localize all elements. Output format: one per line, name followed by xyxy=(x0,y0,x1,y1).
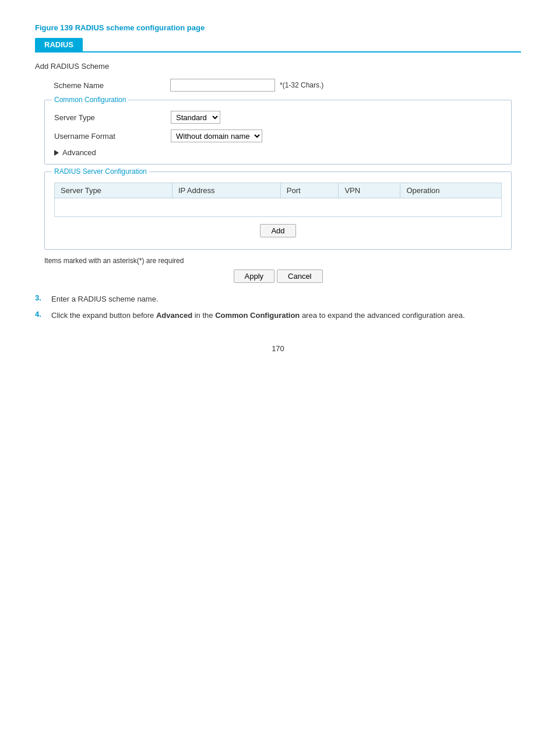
username-format-row: Username Format Without domain name With… xyxy=(54,130,502,142)
scheme-name-label: Scheme Name xyxy=(54,81,170,90)
server-type-control: Standard Extended xyxy=(171,111,220,124)
add-button[interactable]: Add xyxy=(260,224,295,237)
username-format-select[interactable]: Without domain name With domain name xyxy=(171,130,262,142)
step-4-number: 4. xyxy=(35,310,49,318)
radius-server-config-box: RADIUS Server Configuration Server Type … xyxy=(44,172,512,250)
common-config-legend: Common Configuration xyxy=(52,96,128,104)
page-number: 170 xyxy=(35,344,521,353)
section-title: Add RADIUS Scheme xyxy=(35,62,521,71)
server-type-select[interactable]: Standard Extended xyxy=(171,111,220,124)
server-table: Server Type IP Address Port VPN Operatio… xyxy=(54,183,502,217)
cancel-button[interactable]: Cancel xyxy=(277,270,322,283)
step-4: 4. Click the expand button before Advanc… xyxy=(35,310,521,321)
step-3: 3. Enter a RADIUS scheme name. xyxy=(35,293,521,305)
action-row: Apply Cancel xyxy=(35,270,521,283)
tab-bar: RADIUS xyxy=(35,38,521,52)
step-3-number: 3. xyxy=(35,293,49,302)
col-vpn: VPN xyxy=(339,183,400,198)
scheme-name-input[interactable] xyxy=(170,79,275,92)
figure-title: Figure 139 RADIUS scheme configuration p… xyxy=(35,23,521,32)
server-type-row: Server Type Standard Extended xyxy=(54,111,502,124)
apply-button[interactable]: Apply xyxy=(234,270,275,283)
advanced-row[interactable]: Advanced xyxy=(54,148,502,157)
username-format-control: Without domain name With domain name xyxy=(171,130,262,142)
step-4-text: Click the expand button before Advanced … xyxy=(51,310,465,321)
required-note: Items marked with an asterisk(*) are req… xyxy=(44,257,521,265)
scheme-name-hint: *(1-32 Chars.) xyxy=(280,81,323,89)
arrow-right-icon xyxy=(54,150,59,156)
table-row-empty xyxy=(55,198,502,217)
scheme-name-row: Scheme Name *(1-32 Chars.) xyxy=(54,79,521,92)
advanced-label: Advanced xyxy=(62,148,96,157)
scheme-name-control: *(1-32 Chars.) xyxy=(170,79,323,92)
col-server-type: Server Type xyxy=(55,183,173,198)
col-port: Port xyxy=(280,183,339,198)
common-config-box: Common Configuration Server Type Standar… xyxy=(44,100,512,164)
steps-section: 3. Enter a RADIUS scheme name. 4. Click … xyxy=(35,293,521,321)
radius-server-legend: RADIUS Server Configuration xyxy=(52,167,149,176)
step-3-text: Enter a RADIUS scheme name. xyxy=(51,293,159,305)
radius-tab[interactable]: RADIUS xyxy=(35,38,83,51)
col-ip-address: IP Address xyxy=(172,183,280,198)
server-type-label: Server Type xyxy=(54,113,171,122)
col-operation: Operation xyxy=(400,183,502,198)
username-format-label: Username Format xyxy=(54,132,171,141)
